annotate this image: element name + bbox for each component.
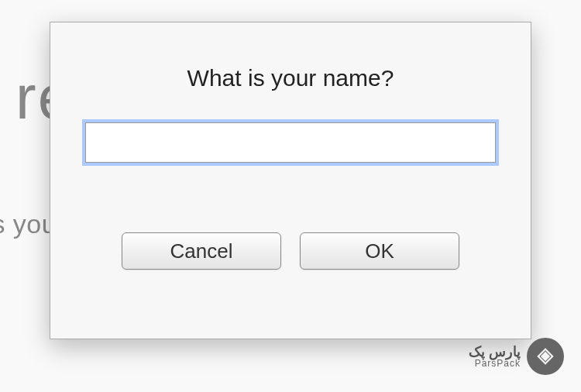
prompt-message: What is your name? bbox=[85, 65, 496, 91]
watermark: پارس پک ParsPack bbox=[469, 338, 564, 375]
cancel-button[interactable]: Cancel bbox=[122, 232, 281, 270]
dialog-button-row: Cancel OK bbox=[85, 232, 496, 270]
diamond-logo-icon bbox=[527, 338, 564, 375]
watermark-text: پارس پک ParsPack bbox=[469, 345, 521, 368]
svg-rect-1 bbox=[541, 352, 548, 359]
watermark-brand-en: ParsPack bbox=[469, 359, 521, 368]
input-wrapper bbox=[85, 122, 496, 163]
name-input[interactable] bbox=[85, 122, 496, 163]
watermark-brand-fa: پارس پک bbox=[469, 345, 521, 359]
prompt-dialog: What is your name? Cancel OK bbox=[50, 22, 531, 339]
ok-button[interactable]: OK bbox=[300, 232, 459, 270]
